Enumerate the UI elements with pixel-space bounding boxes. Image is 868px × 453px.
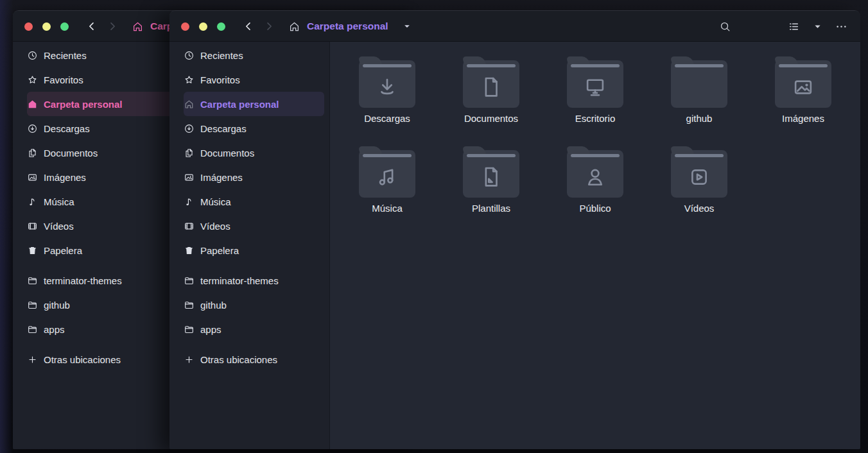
folder-item-escritorio[interactable]: Escritorio xyxy=(567,56,623,124)
close-button[interactable] xyxy=(24,22,33,31)
sidebar-item-terminator-themes[interactable]: terminator-themes xyxy=(184,268,324,293)
sidebar-item-label: Papelera xyxy=(44,245,82,256)
titlebar-actions xyxy=(719,21,851,33)
sidebar-item-label: github xyxy=(44,300,70,311)
maximize-button[interactable] xyxy=(217,22,225,31)
sidebar-item-papelera[interactable]: Papelera xyxy=(184,238,324,262)
minimize-button[interactable] xyxy=(42,22,51,31)
folder-item-imagenes[interactable]: Imágenes xyxy=(775,56,831,124)
home-filled-icon xyxy=(27,99,38,110)
sidebar-item-label: Carpeta personal xyxy=(200,99,279,110)
folder-icon xyxy=(359,150,415,198)
folder-item-videos[interactable]: Vídeos xyxy=(671,146,727,214)
folder-item-descargas[interactable]: Descargas xyxy=(359,56,415,124)
folder-tab-stripe xyxy=(675,154,724,157)
sidebar-item-favoritos[interactable]: Favoritos xyxy=(184,67,324,92)
menu-ellipsis-icon[interactable] xyxy=(835,21,847,33)
sidebar-item-label: Carpeta personal xyxy=(44,99,123,110)
sidebar-item-documentos[interactable]: Documentos xyxy=(184,141,324,165)
documents-icon xyxy=(27,148,38,158)
folder-tab-stripe xyxy=(571,64,620,67)
none xyxy=(671,69,727,105)
sidebar-item-label: Vídeos xyxy=(44,221,74,232)
documents-icon xyxy=(184,148,195,158)
breadcrumb-label: Carpeta personal xyxy=(307,21,388,32)
clock-icon xyxy=(27,50,38,61)
sidebar-item-label: Música xyxy=(200,196,231,207)
chevron-down-icon[interactable] xyxy=(813,22,822,31)
template-glyph xyxy=(463,158,519,195)
folder-item-plantillas[interactable]: Plantillas xyxy=(463,146,519,214)
forward-button[interactable] xyxy=(263,20,275,33)
folder-tab-stripe xyxy=(363,64,412,67)
sidebar-item-label: Descargas xyxy=(200,123,247,134)
download-icon xyxy=(184,123,195,134)
clock-icon xyxy=(184,50,195,61)
film-icon xyxy=(27,221,38,232)
sidebar-item-musica[interactable]: Música xyxy=(184,189,324,214)
music-icon xyxy=(27,196,38,207)
breadcrumb[interactable]: Carpeta personal xyxy=(288,21,412,33)
folder-tab-stripe xyxy=(467,154,516,157)
maximize-button[interactable] xyxy=(60,22,69,31)
sidebar-item-imagenes[interactable]: Imágenes xyxy=(184,165,324,189)
window-controls xyxy=(181,22,225,31)
sidebar-item-label: terminator-themes xyxy=(44,275,122,286)
folder-icon xyxy=(359,60,415,108)
sidebar-item-apps[interactable]: apps xyxy=(184,317,324,341)
monitor-glyph xyxy=(567,69,623,105)
image-icon xyxy=(27,172,38,183)
sidebar-item-videos[interactable]: Vídeos xyxy=(184,214,324,238)
sidebar-item-descargas[interactable]: Descargas xyxy=(184,116,324,141)
folder-tab-stripe xyxy=(363,154,412,157)
file-browser-content[interactable]: DescargasDocumentosEscritoriogithubImáge… xyxy=(329,42,860,449)
trash-icon xyxy=(184,245,195,256)
sidebar-item-carpeta-personal[interactable]: Carpeta personal xyxy=(184,92,324,116)
folder-item-label: Documentos xyxy=(464,113,518,124)
search-icon[interactable] xyxy=(719,21,731,33)
close-button[interactable] xyxy=(181,22,189,31)
back-button[interactable] xyxy=(242,20,255,33)
film-icon xyxy=(184,221,195,232)
folder-item-label: Música xyxy=(372,203,403,214)
window-controls xyxy=(24,22,69,31)
folder-item-publico[interactable]: Público xyxy=(567,146,623,214)
video-glyph xyxy=(671,158,727,195)
sidebar-item-label: Imágenes xyxy=(44,172,86,183)
titlebar: Carpeta personal xyxy=(169,11,860,42)
sidebar-item-label: Favoritos xyxy=(44,74,83,85)
folder-icon xyxy=(567,60,623,108)
sidebar-item-otras-ubicaciones[interactable]: Otras ubicaciones xyxy=(184,347,324,372)
folder-item-label: Público xyxy=(579,203,611,214)
folder-item-github[interactable]: github xyxy=(671,56,727,124)
folder-icon xyxy=(463,150,519,198)
back-button[interactable] xyxy=(85,20,98,33)
sidebar-item-label: Descargas xyxy=(44,123,90,134)
folder-item-musica[interactable]: Música xyxy=(359,146,415,214)
image-icon xyxy=(184,172,195,183)
folder-item-label: Plantillas xyxy=(472,203,510,214)
person-glyph xyxy=(567,158,623,195)
folder-tab-stripe xyxy=(779,64,828,67)
folder-tab-stripe xyxy=(467,64,516,67)
download-icon xyxy=(27,123,38,134)
forward-button[interactable] xyxy=(106,20,119,33)
folder-icon xyxy=(671,60,727,108)
sidebar-item-github[interactable]: github xyxy=(184,293,324,317)
folder-item-label: Descargas xyxy=(364,113,410,124)
folder-icon xyxy=(671,150,727,198)
folder-tab-stripe xyxy=(571,154,620,157)
star-icon xyxy=(184,74,195,85)
document-glyph xyxy=(463,69,519,105)
sidebar-item-label: Recientes xyxy=(200,50,243,61)
list-view-icon[interactable] xyxy=(788,21,800,33)
home-icon xyxy=(288,21,300,33)
star-icon xyxy=(27,74,38,85)
sidebar-item-label: Documentos xyxy=(44,148,98,158)
minimize-button[interactable] xyxy=(199,22,207,31)
folder-icon xyxy=(463,60,519,108)
chevron-down-icon[interactable] xyxy=(403,22,412,31)
desktop-edge xyxy=(0,0,13,453)
sidebar-item-recientes[interactable]: Recientes xyxy=(184,43,324,67)
folder-item-documentos[interactable]: Documentos xyxy=(463,56,519,124)
